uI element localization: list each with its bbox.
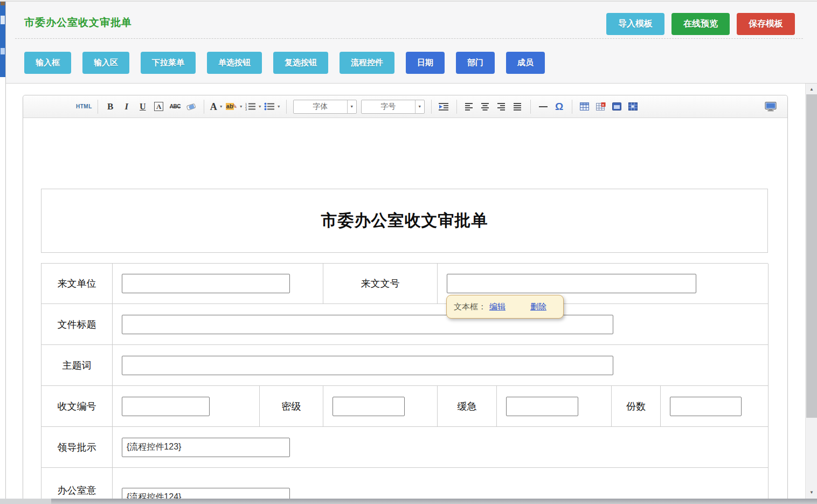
table-cell — [113, 264, 323, 304]
table-cell — [113, 427, 768, 468]
label-huanji: 缓急 — [438, 386, 497, 427]
table-cell — [113, 386, 260, 427]
input-lingdao-pishi[interactable] — [122, 438, 290, 457]
table-cell — [661, 386, 768, 427]
input-laiwen-danwei[interactable] — [122, 274, 290, 293]
pencil-icon: ✎ — [232, 103, 237, 110]
chevron-down-icon: ▼ — [219, 105, 223, 108]
form-title-block: 市委办公室收文审批单 — [41, 189, 768, 253]
unordered-list-icon — [264, 102, 275, 111]
ordered-list-button[interactable]: 1 2 3 ▼ — [245, 99, 262, 114]
add-checkbox-button[interactable]: 复选按钮 — [273, 52, 328, 74]
scroll-down-arrow-icon[interactable]: ▼ — [806, 488, 817, 496]
add-date-button[interactable]: 日期 — [406, 52, 445, 74]
page-title: 市委办公室收文审批单 — [24, 16, 132, 30]
delete-table-icon: × — [596, 102, 606, 111]
label-shouwen-bianhao: 收文编号 — [41, 386, 113, 427]
background-page-strip — [0, 2, 5, 77]
align-left-icon — [465, 103, 473, 111]
align-right-button[interactable] — [495, 99, 509, 114]
input-shouwen-bianhao[interactable] — [122, 397, 210, 416]
bold-button[interactable]: B — [103, 99, 117, 114]
input-miji[interactable] — [333, 397, 405, 416]
template-editor-header: 市委办公室收文审批单 导入模板 在线预览 保存模板 输入框 输入区 下拉菜单 单… — [6, 2, 817, 84]
background-fragment — [1, 2, 5, 5]
input-huanji[interactable] — [506, 397, 578, 416]
input-zhutici[interactable] — [122, 356, 613, 375]
label-miji: 密级 — [260, 386, 323, 427]
scrollbar-thumb[interactable] — [806, 94, 817, 418]
table-cell — [497, 386, 612, 427]
monitor-icon — [765, 102, 777, 112]
add-textarea-button[interactable]: 输入区 — [82, 52, 129, 74]
editor-toolbar: HTML B I U A ABC A ▼ ab ✎ ▼ 1 — [23, 95, 787, 118]
align-center-icon — [481, 103, 489, 111]
italic-button[interactable]: I — [120, 99, 134, 114]
char-border-button[interactable]: A — [154, 102, 163, 111]
template-actions: 导入模板 在线预览 保存模板 — [606, 13, 795, 35]
toolbar-separator — [204, 100, 204, 114]
scroll-up-arrow-icon[interactable]: ▲ — [806, 85, 817, 93]
horizontal-rule-button[interactable] — [536, 99, 550, 114]
align-right-icon — [497, 103, 506, 111]
toolbar-separator — [286, 100, 287, 114]
font-family-select[interactable]: 字体 ▼ — [293, 100, 357, 114]
form-table: 来文单位 来文文号 文件标题 主题词 收文编号 密级 — [41, 263, 768, 503]
add-member-button[interactable]: 成员 — [506, 52, 545, 74]
add-flow-control-button[interactable]: 流程控件 — [340, 52, 394, 74]
add-department-button[interactable]: 部门 — [456, 52, 495, 74]
edit-field-link[interactable]: 编辑 — [489, 302, 506, 312]
vertical-scrollbar[interactable]: ▲ ▼ — [805, 84, 817, 499]
fullscreen-preview-button[interactable] — [764, 99, 778, 114]
save-template-button[interactable]: 保存模板 — [737, 13, 795, 35]
insert-table-button[interactable] — [578, 99, 592, 114]
align-left-button[interactable] — [462, 99, 476, 114]
underline-button[interactable]: U — [136, 99, 150, 114]
chevron-down-icon: ▼ — [239, 105, 243, 108]
background-fragment — [1, 48, 5, 54]
toolbar-separator — [431, 100, 432, 114]
add-radio-button[interactable]: 单选按钮 — [207, 52, 262, 74]
strikethrough-button[interactable]: ABC — [168, 99, 182, 114]
input-laiwen-wenhao[interactable] — [447, 274, 696, 293]
add-dropdown-button[interactable]: 下拉菜单 — [141, 52, 196, 74]
indent-icon — [439, 102, 449, 111]
field-action-tooltip: 文本框： 编辑 删除 — [446, 295, 564, 319]
table-cell — [323, 386, 438, 427]
align-center-button[interactable] — [479, 99, 493, 114]
delete-field-link[interactable]: 删除 — [530, 302, 546, 312]
cell-properties-button[interactable] — [626, 99, 640, 114]
toolbar-separator — [456, 100, 457, 114]
font-color-button[interactable]: A ▼ — [210, 99, 224, 114]
align-justify-icon — [514, 103, 522, 111]
background-fragment — [1, 16, 5, 24]
font-size-select[interactable]: 字号 ▼ — [361, 100, 425, 114]
align-justify-button[interactable] — [511, 99, 525, 114]
html-source-button[interactable]: HTML — [76, 99, 92, 114]
horizontal-scrollbar[interactable] — [0, 499, 817, 504]
import-template-button[interactable]: 导入模板 — [606, 13, 664, 35]
chevron-down-icon: ▼ — [415, 100, 424, 113]
horizontal-rule-icon — [539, 106, 548, 107]
add-input-box-button[interactable]: 输入框 — [24, 52, 71, 74]
highlight-color-button[interactable]: ab ✎ ▼ — [226, 99, 243, 114]
label-laiwen-wenhao: 来文文号 — [323, 264, 438, 304]
insert-table-icon — [580, 102, 589, 111]
unordered-list-button[interactable]: ▼ — [264, 99, 281, 114]
indent-button[interactable] — [437, 99, 451, 114]
input-fenshu[interactable] — [670, 397, 742, 416]
special-char-button[interactable]: Ω — [552, 99, 566, 114]
table-cell — [113, 304, 768, 345]
chevron-down-icon: ▼ — [277, 105, 281, 108]
form-title: 市委办公室收文审批单 — [321, 210, 488, 232]
toolbar-separator — [572, 100, 572, 114]
svg-text:×: × — [602, 103, 604, 107]
editor-document-area[interactable]: 市委办公室收文审批单 来文单位 来文文号 文件标题 主题词 收文编号 — [23, 118, 787, 503]
delete-table-button[interactable]: × — [594, 99, 608, 114]
label-laiwen-danwei: 来文单位 — [41, 264, 113, 304]
ordered-list-icon: 1 2 3 — [245, 102, 256, 111]
online-preview-button[interactable]: 在线预览 — [671, 13, 730, 35]
svg-text:3: 3 — [245, 108, 247, 111]
remove-format-button[interactable] — [184, 99, 198, 114]
table-properties-button[interactable] — [610, 99, 624, 114]
